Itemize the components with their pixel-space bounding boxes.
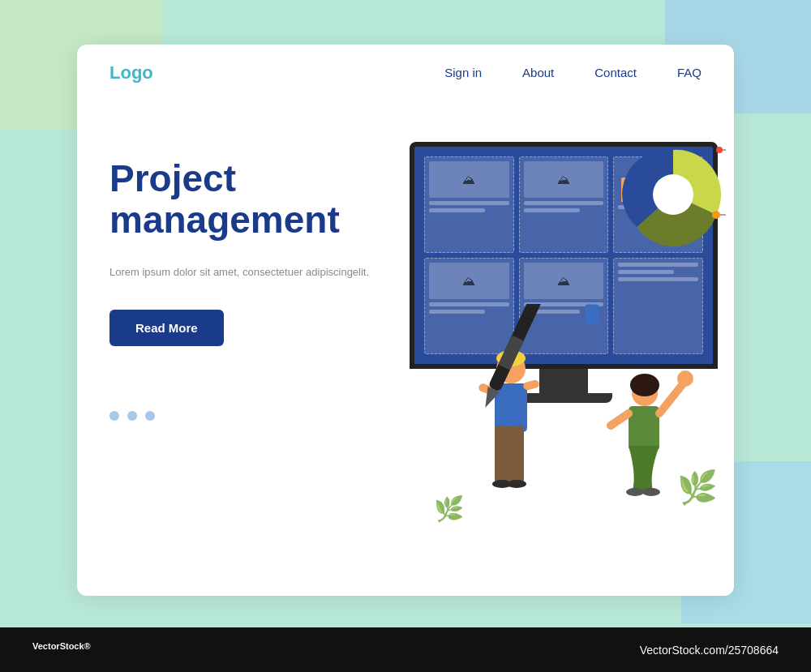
screen-line-2 bbox=[429, 208, 485, 212]
svg-point-18 bbox=[677, 370, 693, 387]
svg-line-17 bbox=[659, 381, 685, 413]
screen-image-3 bbox=[429, 263, 509, 299]
nav-item-about[interactable]: About bbox=[522, 66, 554, 80]
screen-image-2 bbox=[524, 161, 604, 198]
people-illustration bbox=[385, 304, 726, 531]
screen-image-1 bbox=[429, 161, 509, 198]
dot-3[interactable] bbox=[145, 411, 155, 421]
svg-rect-14 bbox=[629, 406, 659, 451]
svg-line-19 bbox=[611, 413, 629, 426]
svg-rect-2 bbox=[495, 383, 527, 432]
nav-link-contact[interactable]: Contact bbox=[594, 66, 637, 79]
dot-2[interactable] bbox=[127, 411, 137, 421]
screen-line-3 bbox=[524, 201, 604, 205]
donut-chart bbox=[620, 142, 726, 247]
screen-image-4 bbox=[524, 263, 604, 299]
nav-item-contact[interactable]: Contact bbox=[594, 66, 637, 80]
carousel-dots bbox=[109, 411, 385, 421]
svg-rect-22 bbox=[586, 305, 599, 325]
svg-rect-3 bbox=[495, 426, 509, 482]
content-area: Project management Lorem ipsum dolor sit… bbox=[77, 101, 734, 596]
screen-card-2 bbox=[519, 156, 609, 253]
nav-link-signin[interactable]: Sign in bbox=[444, 66, 482, 79]
illustration-area: 🌿 🌿 bbox=[385, 126, 734, 571]
screen-line-11 bbox=[618, 270, 674, 274]
svg-point-6 bbox=[507, 480, 526, 488]
svg-point-16 bbox=[642, 488, 660, 496]
svg-rect-4 bbox=[509, 426, 524, 482]
svg-rect-8 bbox=[522, 379, 540, 392]
logo[interactable]: Logo bbox=[109, 62, 153, 83]
svg-point-15 bbox=[626, 488, 644, 496]
svg-point-13 bbox=[630, 374, 659, 396]
donut-hole bbox=[653, 174, 693, 215]
main-card: Logo Sign in About Contact FAQ Project m… bbox=[77, 45, 734, 596]
screen-line-10 bbox=[618, 263, 698, 267]
read-more-button[interactable]: Read More bbox=[109, 310, 224, 346]
watermark-left: VectorStock® bbox=[32, 641, 91, 659]
hero-title: Project management bbox=[109, 158, 385, 240]
left-content: Project management Lorem ipsum dolor sit… bbox=[109, 126, 385, 421]
dot-1[interactable] bbox=[109, 411, 119, 421]
screen-card-1 bbox=[424, 156, 514, 253]
watermark-bar: VectorStock® VectorStock.com/25708664 bbox=[0, 627, 811, 672]
nav-link-about[interactable]: About bbox=[522, 66, 554, 79]
nav-link-faq[interactable]: FAQ bbox=[677, 66, 702, 79]
nav-links: Sign in About Contact FAQ bbox=[444, 66, 702, 80]
screen-line-1 bbox=[429, 201, 509, 205]
screen-line-12 bbox=[618, 277, 698, 281]
watermark-right: VectorStock.com/25708664 bbox=[640, 644, 779, 657]
svg-point-20 bbox=[584, 304, 601, 305]
person-3 bbox=[584, 304, 601, 324]
person-2 bbox=[611, 370, 693, 496]
chart-dot-2 bbox=[712, 211, 720, 219]
nav-item-signin[interactable]: Sign in bbox=[444, 66, 482, 80]
screen-line-4 bbox=[524, 208, 580, 212]
chart-dot-1 bbox=[716, 147, 723, 153]
nav-item-faq[interactable]: FAQ bbox=[677, 66, 702, 80]
hero-description: Lorem ipsum dolor sit amet, consectetuer… bbox=[109, 264, 385, 281]
navbar: Logo Sign in About Contact FAQ bbox=[77, 45, 734, 101]
